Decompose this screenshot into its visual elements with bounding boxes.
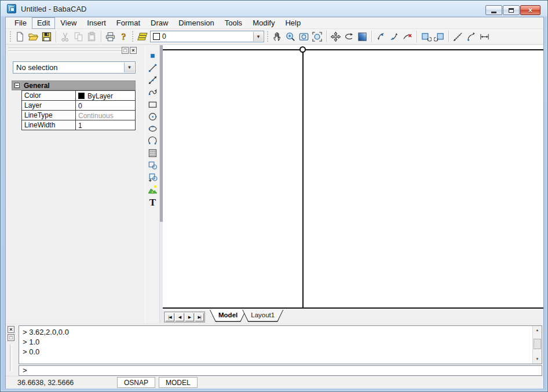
zoom-extents-icon [312,31,323,42]
menu-dimension[interactable]: Dimension [173,17,219,29]
erase-button[interactable] [401,30,414,43]
property-row-linetype[interactable]: LineType Continuous [22,110,135,120]
angle-measure-button[interactable] [465,30,478,43]
next-tab-button[interactable]: ▶ [185,313,194,321]
toolbar-grip[interactable] [9,31,12,42]
curve-red-x-icon [402,31,413,42]
block-button[interactable] [146,159,159,171]
hatch-button[interactable] [146,147,159,159]
layer-selector[interactable]: 0 ▼ [150,31,264,42]
print-button[interactable] [104,30,117,43]
layer-selector-value: 0 [162,32,166,41]
zoom-in-button[interactable] [284,30,297,43]
general-section-header[interactable]: General [12,80,136,90]
construction-line-button[interactable] [146,74,159,86]
image-button[interactable] [146,184,159,196]
color-swatch [78,93,85,99]
menu-help[interactable]: Help [280,17,306,29]
menu-tools[interactable]: Tools [220,17,247,29]
property-row-layer[interactable]: Layer 0 [22,100,135,110]
circle-button[interactable] [146,111,159,123]
paste-object-button[interactable] [433,30,446,43]
property-value-text: 0 [78,102,82,110]
distance-button[interactable] [478,30,491,43]
insert-block-button[interactable] [146,171,159,184]
line-button[interactable] [146,62,159,74]
tab-layout1[interactable]: Layout1 [242,310,283,322]
console-maximize-button[interactable]: □ [8,334,14,341]
console-close-button[interactable]: × [8,326,14,333]
copy-button[interactable] [72,30,85,43]
command-input[interactable]: > [19,365,542,376]
menu-edit[interactable]: Edit [32,17,55,29]
layers-button[interactable] [136,30,149,43]
rectangle-button[interactable] [146,98,159,111]
property-row-linewidth[interactable]: LineWidth 1 [22,120,135,130]
property-value-text: 1 [78,122,82,130]
point-button[interactable] [146,50,159,62]
model-toggle-button[interactable]: MODEL [159,377,198,388]
console-drag-grip[interactable] [10,345,12,371]
cut-button[interactable] [59,30,72,43]
zoom-extents-button[interactable] [310,30,324,43]
drawn-vertical-line[interactable] [302,49,304,307]
property-row-color[interactable]: Color ByLayer [22,90,135,100]
selection-dropdown-button[interactable]: ▼ [124,63,134,72]
shade-button[interactable] [356,30,369,43]
toolbar-grip[interactable] [266,31,269,42]
scroll-up-icon[interactable]: ▲ [534,327,541,334]
copy-object-button[interactable] [419,30,433,43]
console-history[interactable]: > 3.62,2.0,0.0 > 1.0 > 0.0 ▲ ▼ [19,325,542,364]
scroll-down-icon[interactable]: ▼ [534,356,541,363]
extend-button[interactable] [388,30,401,43]
title-bar[interactable]: Untitled - BabaCAD × [1,1,547,17]
menu-draw[interactable]: Draw [145,17,173,29]
menu-modify[interactable]: Modify [247,17,280,29]
console-scrollbar[interactable]: ▲ ▼ [532,326,542,364]
drawn-horizontal-line[interactable] [163,49,543,50]
toolbar-grip[interactable] [131,31,134,42]
measure-button[interactable] [451,30,465,43]
command-console: × □ > 3.62,2.0,0.0 > 1.0 > 0.0 ▲ ▼ > [6,324,543,376]
move-button[interactable] [329,30,342,43]
arc-button[interactable] [146,135,159,147]
menu-file[interactable]: File [9,17,32,29]
tab-model[interactable]: Model [210,310,246,322]
polyline-button[interactable] [146,86,159,98]
text-button[interactable] [146,196,159,208]
rotate-button[interactable] [342,30,356,43]
help-button[interactable] [117,30,130,43]
layers-icon [137,31,148,42]
paste-button[interactable] [85,30,98,43]
menu-format[interactable]: Format [111,17,145,29]
new-button[interactable] [13,30,27,43]
first-tab-button[interactable]: |◀ [165,313,174,321]
open-button[interactable] [27,30,40,43]
panel-maximize-button[interactable]: □ [122,47,129,54]
last-tab-button[interactable]: ▶| [195,313,204,321]
application-window: Untitled - BabaCAD × File Edit View Inse… [0,0,548,392]
panel-close-button[interactable]: × [130,47,137,54]
drawing-canvas[interactable] [163,45,543,309]
layer-selector-dropdown-button[interactable]: ▼ [253,32,263,41]
new-file-icon [14,31,25,42]
minimize-button[interactable] [485,5,502,15]
maximize-icon: □ [9,335,12,340]
trim-button[interactable] [374,30,388,43]
panel-drag-grip[interactable] [8,47,125,53]
previous-tab-button[interactable]: ◀ [175,313,184,321]
osnap-toggle-button[interactable]: OSNAP [117,377,155,388]
scrollbar-thumb[interactable] [534,339,541,349]
status-bar: 36.6638, 32.5666 OSNAP MODEL [6,376,543,389]
close-button[interactable]: × [520,5,540,15]
zoom-window-button[interactable] [297,30,310,43]
collapse-icon[interactable] [14,83,20,88]
save-button[interactable] [40,30,53,43]
maximize-button[interactable] [503,5,520,15]
zoom-in-icon [285,31,296,42]
menu-insert[interactable]: Insert [82,17,111,29]
selection-dropdown[interactable]: No selection ▼ [13,61,136,74]
pan-button[interactable] [271,30,284,43]
ellipse-button[interactable] [146,123,159,135]
menu-view[interactable]: View [55,17,82,29]
